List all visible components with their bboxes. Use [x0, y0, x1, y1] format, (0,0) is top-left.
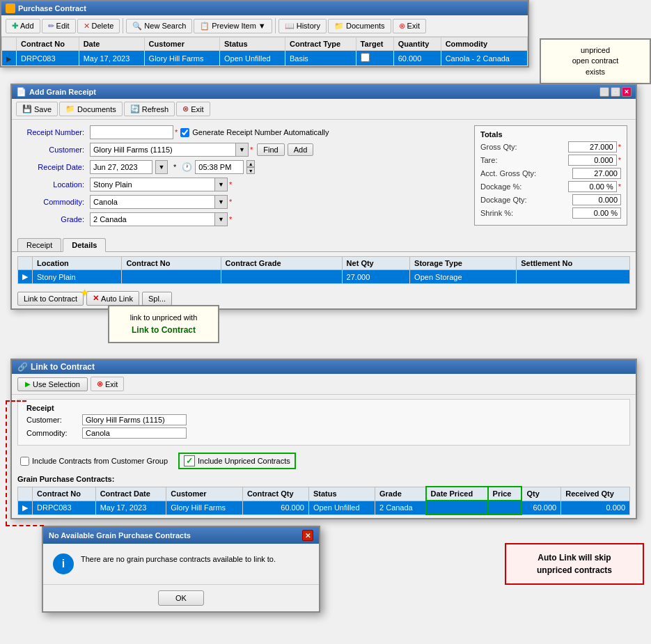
col-target[interactable]: Target — [356, 38, 393, 51]
exit-button[interactable]: ⊗ Exit — [393, 19, 426, 33]
dialog-close-button[interactable]: ✕ — [302, 530, 313, 541]
col-customer[interactable]: Customer — [144, 38, 219, 51]
table-row[interactable]: ▶ DRPC083 May 17, 2023 Glory Hill Farms … — [2, 51, 528, 66]
col-date-priced[interactable]: Date Priced — [426, 487, 488, 501]
auto-link-button[interactable]: ✕ Auto Link — [86, 291, 139, 306]
spin-down[interactable]: ▼ — [246, 167, 255, 174]
receipt-number-input[interactable] — [90, 125, 173, 139]
spin-up[interactable]: ▲ — [246, 160, 255, 167]
required-star: * — [175, 128, 178, 136]
dialog-footer: OK — [43, 584, 319, 611]
edit-button[interactable]: ✏ Edit — [42, 19, 76, 33]
receipt-commodity-input[interactable] — [82, 427, 187, 439]
contracts-table-row[interactable]: ▶ DRPC083 May 17, 2023 Glory Hill Farms … — [18, 501, 630, 515]
include-contracts-group-checkbox[interactable] — [20, 457, 29, 466]
cell-status: Open Unfilled — [219, 51, 285, 66]
contract-table: Contract No Date Customer Status Contrac… — [1, 37, 528, 66]
calendar-button[interactable]: ▼ — [155, 160, 168, 174]
receipt-customer-input[interactable] — [82, 414, 187, 425]
col-grade-sub[interactable]: Grade — [375, 487, 426, 501]
col-contract-type[interactable]: Contract Type — [285, 38, 356, 51]
exit-button-2[interactable]: ⊗ Exit — [176, 102, 210, 116]
acct-gross-qty-input[interactable] — [572, 168, 621, 179]
new-search-button[interactable]: 🔍 New Search — [126, 19, 192, 33]
grade-dropdown-arrow[interactable]: ▼ — [215, 212, 228, 226]
col-settlement-no[interactable]: Settlement No — [517, 257, 630, 270]
form-section: Receipt Number: * Generate Receipt Numbe… — [12, 120, 636, 235]
info-icon: i — [53, 553, 74, 574]
col-status-sub[interactable]: Status — [308, 487, 375, 501]
purchase-contract-icon — [6, 3, 15, 13]
location-dropdown-arrow[interactable]: ▼ — [215, 178, 228, 191]
col-location[interactable]: Location — [33, 257, 122, 270]
col-contract-grade[interactable]: Contract Grade — [221, 257, 342, 270]
col-price[interactable]: Price — [488, 487, 522, 501]
col-received-qty[interactable]: Received Qty — [561, 487, 630, 501]
shrink-pct-input[interactable] — [572, 207, 621, 219]
link-contract-toolbar: ▶ Use Selection ⊗ Exit — [12, 374, 636, 395]
col-contract-date[interactable]: Contract Date — [95, 487, 166, 501]
generate-checkbox[interactable] — [180, 128, 189, 137]
dockage-pct-input[interactable] — [568, 181, 617, 192]
sub-received-qty: 0.000 — [561, 501, 630, 515]
tab-receipt[interactable]: Receipt — [17, 238, 61, 251]
link-to-contract-panel: Link to Contract ✦ ✕ Auto Link Spl... — [12, 288, 636, 308]
gross-qty-input[interactable] — [568, 141, 617, 152]
history-button[interactable]: 📖 History — [279, 19, 327, 33]
col-date[interactable]: Date — [79, 38, 144, 51]
col-contract-no[interactable]: Contract No — [17, 38, 79, 51]
receipt-date-input[interactable] — [90, 160, 152, 174]
add-button[interactable]: ✚ Add — [6, 19, 40, 33]
tare-input[interactable] — [568, 155, 617, 166]
save-button[interactable]: 💾 Save — [16, 102, 58, 116]
include-unpriced-checkbox-display: ✓ — [184, 455, 195, 466]
documents-button[interactable]: 📁 Documents — [328, 19, 391, 33]
gross-qty-row: Gross Qty: * — [480, 141, 621, 152]
maximize-button[interactable]: □ — [611, 87, 620, 97]
grade-row: Grade: ▼ * — [20, 212, 460, 226]
sub-contract-no: DRPC083 — [33, 501, 96, 515]
tab-details[interactable]: Details — [63, 238, 106, 252]
commodity-input[interactable] — [90, 195, 215, 209]
col-contract-no-sub[interactable]: Contract No — [33, 487, 96, 501]
split-button[interactable]: Spl... — [142, 292, 172, 306]
grade-input[interactable] — [90, 212, 215, 226]
col-qty-sub[interactable]: Qty — [521, 487, 560, 501]
receipt-time-input[interactable] — [195, 160, 244, 174]
documents-button-2[interactable]: 📁 Documents — [59, 102, 123, 116]
location-input[interactable] — [90, 178, 215, 191]
col-storage-type[interactable]: Storage Type — [410, 257, 517, 270]
dockage-pct-row: Dockage %: * — [480, 181, 621, 192]
use-selection-button[interactable]: ▶ Use Selection — [17, 377, 88, 391]
ok-button[interactable]: OK — [158, 590, 204, 606]
col-status[interactable]: Status — [219, 38, 285, 51]
col-contract-no-detail[interactable]: Contract No — [122, 257, 221, 270]
customer-input[interactable] — [90, 143, 236, 157]
refresh-button[interactable]: 🔄 Refresh — [124, 102, 175, 116]
details-table-container: Location Contract No Contract Grade Net … — [12, 252, 636, 288]
detail-net-qty: 27.000 — [342, 270, 410, 284]
col-commodity[interactable]: Commodity — [441, 38, 527, 51]
minimize-button[interactable]: _ — [599, 87, 609, 97]
commodity-dropdown-arrow[interactable]: ▼ — [215, 195, 228, 209]
link-icon: 🔗 — [17, 362, 28, 372]
exit-button-3[interactable]: ⊗ Exit — [91, 377, 124, 391]
detail-table-row[interactable]: ▶ Stony Plain 27.000 Open Storage — [18, 270, 630, 284]
add-customer-button[interactable]: Add — [288, 143, 314, 156]
preview-item-button[interactable]: 📋 Preview Item ▼ — [194, 19, 272, 33]
col-customer-sub[interactable]: Customer — [166, 487, 243, 501]
link-to-contract-button[interactable]: Link to Contract ✦ — [17, 292, 84, 306]
receipt-commodity-label: Commodity: — [26, 429, 82, 437]
grain-receipt-title: Add Grain Receipt — [29, 88, 96, 96]
x-icon: ✕ — [93, 294, 99, 303]
col-quantity[interactable]: Quantity — [393, 38, 441, 51]
dockage-qty-input[interactable] — [572, 194, 621, 205]
commodity-label: Commodity: — [20, 198, 90, 206]
col-contract-qty[interactable]: Contract Qty — [242, 487, 308, 501]
delete-button[interactable]: ✕ Delete — [77, 19, 120, 33]
detail-contract-grade — [221, 270, 342, 284]
close-button[interactable]: ✕ — [622, 87, 632, 97]
customer-dropdown-arrow[interactable]: ▼ — [236, 143, 249, 157]
col-net-qty[interactable]: Net Qty — [342, 257, 410, 270]
find-button[interactable]: Find — [257, 143, 284, 156]
